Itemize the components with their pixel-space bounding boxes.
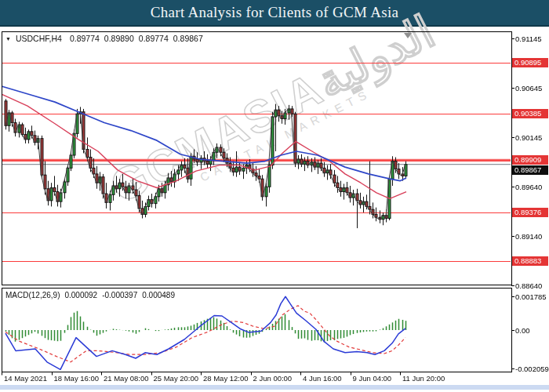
time-axis-label: 18 May 16:00 bbox=[54, 374, 100, 383]
price-tick-label: 0.90645 bbox=[515, 84, 542, 93]
scroll-shift-marker-icon[interactable] bbox=[404, 33, 412, 38]
time-axis-label: 14 May 2021 bbox=[4, 374, 47, 383]
price-tick-label: 0.90145 bbox=[515, 133, 542, 142]
ohlc-high: 0.89890 bbox=[104, 34, 134, 43]
time-axis-label: 2 Jun 00:00 bbox=[253, 374, 293, 383]
bid-price-badge: 0.89867 bbox=[512, 165, 548, 175]
macd-tick-label: 0.001785 bbox=[515, 292, 547, 301]
level-price-badge: 0.89909 bbox=[512, 155, 548, 165]
ohlc-open: 0.89774 bbox=[70, 34, 100, 43]
price-tick-label: 0.89640 bbox=[515, 183, 542, 191]
time-axis-label: 21 May 08:00 bbox=[104, 374, 149, 383]
level-price-badge: 0.90895 bbox=[512, 58, 548, 67]
time-axis-label: 11 Jun 20:00 bbox=[402, 374, 445, 383]
symbol-timeframe-label: USDCHF,H4 bbox=[16, 34, 62, 43]
time-axis-label: 25 May 20:00 bbox=[154, 374, 199, 383]
macd-main-value: 0.000092 bbox=[64, 291, 97, 299]
level-price-badge: 0.90385 bbox=[512, 109, 548, 118]
price-tick-label: 0.88640 bbox=[515, 281, 542, 290]
macd-tick-label: 0.00 bbox=[515, 326, 530, 335]
ohlc-low: 0.89774 bbox=[139, 34, 169, 43]
time-axis-label: 28 May 12:00 bbox=[203, 374, 249, 383]
macd-tick-label: -0.002059 bbox=[515, 365, 549, 373]
macd-signal-value: -0.000397 bbox=[102, 291, 137, 299]
application-window: Chart Analysis for Clients of GCM Asia G… bbox=[0, 0, 549, 392]
ohlc-close: 0.89867 bbox=[173, 34, 203, 43]
macd-header: MACD(12,26,9) 0.000092 -0.000397 0.00048… bbox=[5, 291, 175, 299]
chart-canvas[interactable] bbox=[0, 0, 549, 392]
symbol-menu-icon[interactable]: ▼ bbox=[5, 36, 11, 42]
price-tick-label: 0.89140 bbox=[515, 232, 542, 241]
time-axis-label: 9 Jun 04:00 bbox=[353, 374, 392, 383]
time-axis-label: 4 Jun 16:00 bbox=[303, 374, 342, 383]
macd-indicator-label: MACD(12,26,9) bbox=[5, 291, 60, 299]
bottom-window-strip bbox=[0, 385, 549, 390]
price-tick-label: 0.91145 bbox=[515, 34, 542, 43]
chart-header: ▼ USDCHF,H4 0.89774 0.89890 0.89774 0.89… bbox=[5, 34, 203, 43]
macd-histogram-value: 0.000489 bbox=[142, 291, 175, 299]
level-price-badge: 0.89376 bbox=[512, 208, 548, 217]
level-price-badge: 0.88883 bbox=[512, 256, 548, 266]
